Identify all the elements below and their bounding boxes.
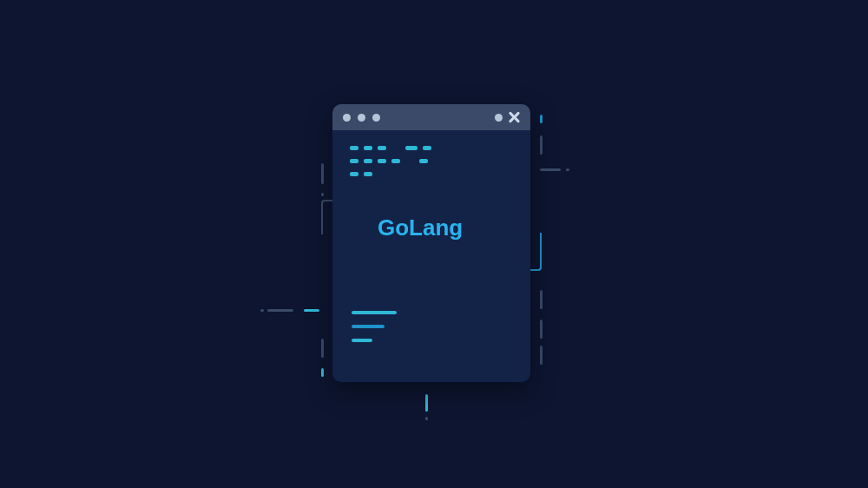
illustration-stage: GoLang bbox=[0, 0, 868, 488]
decoration-dash bbox=[540, 135, 542, 155]
decoration-dash bbox=[540, 115, 542, 123]
code-line bbox=[352, 325, 385, 328]
decoration-dash bbox=[267, 309, 293, 312]
decoration-dash bbox=[260, 309, 264, 312]
window-controls bbox=[495, 111, 520, 123]
code-line bbox=[352, 311, 397, 314]
decoration-dash bbox=[321, 163, 324, 184]
dot-icon bbox=[358, 114, 365, 122]
language-label: GoLang bbox=[378, 214, 513, 241]
decoration-dash bbox=[304, 309, 319, 312]
decoration-dash bbox=[321, 339, 324, 358]
decoration-dot bbox=[425, 417, 428, 420]
code-area: GoLang bbox=[332, 130, 530, 382]
window-titlebar bbox=[332, 104, 530, 130]
decoration-dash bbox=[540, 346, 542, 365]
close-icon bbox=[508, 111, 520, 123]
decoration-dot bbox=[566, 168, 569, 171]
decoration-dash bbox=[540, 168, 561, 171]
code-window: GoLang bbox=[332, 104, 530, 382]
dot-icon bbox=[343, 114, 351, 122]
code-line bbox=[352, 339, 372, 342]
dot-icon bbox=[372, 114, 380, 122]
minimize-icon bbox=[495, 114, 503, 122]
decoration-dash bbox=[425, 394, 428, 412]
footer-code-lines bbox=[352, 311, 397, 353]
traffic-light-dots bbox=[343, 114, 380, 122]
decoration-dot bbox=[321, 193, 324, 196]
code-line bbox=[350, 172, 513, 176]
code-line bbox=[350, 146, 513, 150]
decoration-dash bbox=[321, 368, 324, 377]
decoration-dash bbox=[540, 320, 542, 339]
decoration-dash bbox=[540, 290, 542, 309]
code-line bbox=[350, 159, 513, 163]
